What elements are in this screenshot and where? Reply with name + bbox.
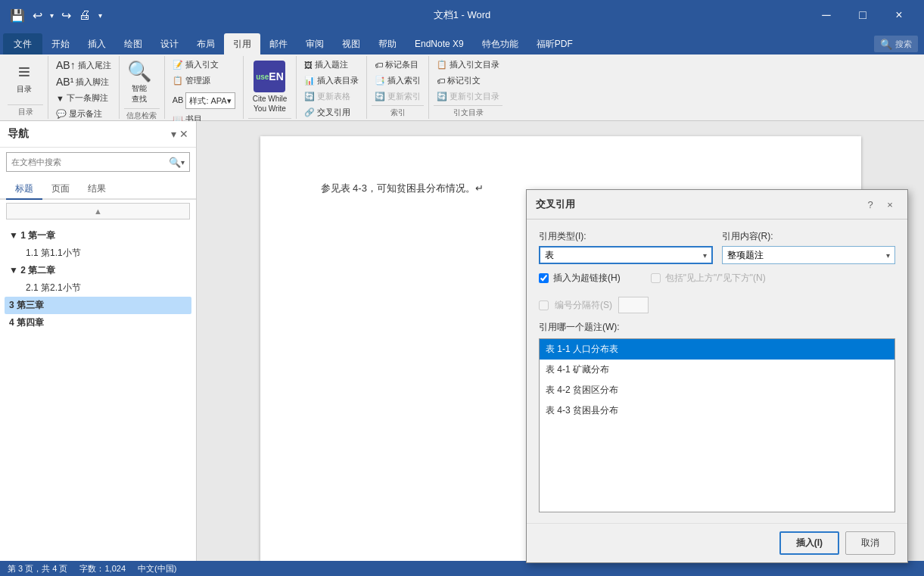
caption-item-3[interactable]: 表 4-3 贫困县分布	[540, 400, 894, 421]
include-above-below-row: 包括"见上方"/"见下方"(N)	[651, 272, 766, 285]
ref-type-arrow: ▾	[703, 251, 707, 260]
ref-type-label: 引用类型(I):	[539, 230, 713, 243]
ref-content-arrow: ▾	[886, 251, 890, 260]
ref-type-select[interactable]: 表 ▾	[539, 246, 713, 264]
number-sep-checkbox[interactable]	[539, 300, 549, 310]
cancel-button[interactable]: 取消	[845, 531, 895, 555]
number-separator-row: 编号分隔符(S)	[539, 297, 895, 313]
dialog-body: 引用类型(I): 表 ▾ 引用内容(R): 整项题注 ▾	[527, 220, 907, 523]
caption-item-0[interactable]: 表 1-1 人口分布表	[540, 339, 894, 360]
dialog-title: 交叉引用	[536, 198, 575, 211]
insert-hyperlink-label: 插入为超链接(H)	[553, 272, 621, 285]
form-col-type: 引用类型(I): 表 ▾	[539, 230, 713, 264]
dialog-overlay: 交叉引用 ? × 引用类型(I): 表 ▾ 引用内容(R):	[0, 0, 924, 576]
number-sep-input[interactable]	[618, 297, 649, 313]
insert-hyperlink-row: 插入为超链接(H)	[539, 272, 621, 285]
include-above-below-label: 包括"见上方"/"见下方"(N)	[665, 272, 766, 285]
caption-item-1[interactable]: 表 4-1 矿藏分布	[540, 360, 894, 380]
ref-content-label: 引用内容(R):	[722, 230, 896, 243]
dialog-close-button[interactable]: ×	[882, 196, 898, 213]
form-col-content: 引用内容(R): 整项题注 ▾	[722, 230, 896, 264]
form-type-content-row: 引用类型(I): 表 ▾ 引用内容(R): 整项题注 ▾	[539, 230, 895, 264]
caption-listbox-wrapper: 表 1-1 人口分布表 表 4-1 矿藏分布 表 4-2 贫困区分布 表 4-3…	[539, 338, 895, 512]
include-above-below-checkbox[interactable]	[651, 273, 661, 283]
insert-hyperlink-checkbox[interactable]	[539, 273, 549, 283]
ref-type-value: 表	[545, 249, 554, 262]
dialog-titlebar: 交叉引用 ? ×	[527, 190, 907, 220]
dialog-controls: ? ×	[862, 196, 898, 213]
caption-item-2[interactable]: 表 4-2 贫困区分布	[540, 380, 894, 400]
insert-button[interactable]: 插入(I)	[779, 531, 839, 555]
caption-listbox[interactable]: 表 1-1 人口分布表 表 4-1 矿藏分布 表 4-2 贫困区分布 表 4-3…	[539, 338, 895, 512]
dialog-help-button[interactable]: ?	[862, 196, 879, 213]
ref-content-select[interactable]: 整项题注 ▾	[722, 246, 896, 264]
ref-content-value: 整项题注	[727, 249, 764, 262]
caption-list-label: 引用哪一个题注(W):	[539, 321, 895, 334]
cross-reference-dialog: 交叉引用 ? × 引用类型(I): 表 ▾ 引用内容(R):	[526, 189, 908, 563]
number-sep-label: 编号分隔符(S)	[555, 299, 612, 312]
dialog-footer: 插入(I) 取消	[527, 523, 907, 562]
